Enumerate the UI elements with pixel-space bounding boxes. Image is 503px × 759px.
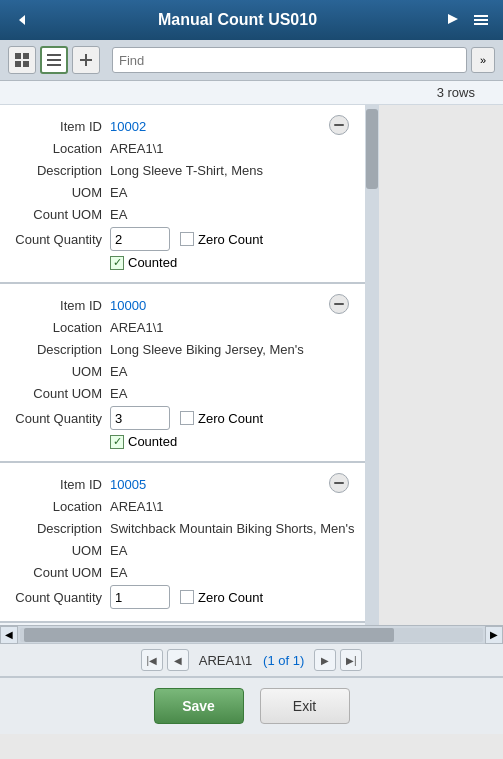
location-label-0: Location: [10, 141, 110, 156]
nav-right-button[interactable]: »: [471, 47, 495, 73]
uom-row-1: UOM EA: [0, 360, 365, 382]
count-uom-label-1: Count UOM: [10, 386, 110, 401]
scroll-thumb[interactable]: [366, 109, 378, 189]
uom-label-0: UOM: [10, 185, 110, 200]
location-value-0: AREA1\1: [110, 141, 163, 156]
description-value-0: Long Sleeve T-Shirt, Mens: [110, 163, 263, 178]
item-id-value-1[interactable]: 10000: [110, 298, 146, 313]
counted-label-1: Counted: [128, 434, 177, 449]
count-uom-value-0: EA: [110, 207, 127, 222]
count-qty-label-2: Count Quantity: [10, 590, 110, 605]
zero-count-area-1: Zero Count: [180, 411, 263, 426]
h-scroll-left-button[interactable]: ◀: [0, 626, 18, 644]
svg-rect-4: [15, 53, 21, 59]
svg-rect-5: [23, 53, 29, 59]
count-qty-input-0[interactable]: [110, 227, 170, 251]
counted-row-0: ✓ Counted: [100, 253, 365, 272]
item-id-value-0[interactable]: 10002: [110, 119, 146, 134]
item-id-row-2: Item ID 10005: [0, 473, 365, 495]
item-id-row-1: Item ID 10000: [0, 294, 365, 316]
save-button[interactable]: Save: [154, 688, 244, 724]
svg-rect-9: [47, 59, 61, 61]
remove-button-0[interactable]: [329, 115, 349, 135]
zero-count-checkbox-0[interactable]: [180, 232, 194, 246]
page-next-button[interactable]: ▶: [314, 649, 336, 671]
vertical-scrollbar[interactable]: [365, 105, 379, 625]
count-qty-input-2[interactable]: [110, 585, 170, 609]
list-view-button[interactable]: [40, 46, 68, 74]
zero-count-label-1: Zero Count: [198, 411, 263, 426]
zero-count-label-2: Zero Count: [198, 590, 263, 605]
description-row-1: Description Long Sleeve Biking Jersey, M…: [0, 338, 365, 360]
counted-label-0: Counted: [128, 255, 177, 270]
back-button[interactable]: [8, 6, 36, 34]
zero-count-checkbox-2[interactable]: [180, 590, 194, 604]
count-uom-row-2: Count UOM EA: [0, 561, 365, 583]
location-value-1: AREA1\1: [110, 320, 163, 335]
remove-button-2[interactable]: [329, 473, 349, 493]
location-row-0: Location AREA1\1: [0, 137, 365, 159]
h-scroll-track: [20, 628, 483, 642]
uom-row-0: UOM EA: [0, 181, 365, 203]
svg-rect-3: [474, 23, 488, 25]
item-id-label-1: Item ID: [10, 298, 110, 313]
footer: Save Exit: [0, 677, 503, 734]
counted-checkbox-1[interactable]: ✓: [110, 435, 124, 449]
page-prev-button[interactable]: ◀: [167, 649, 189, 671]
zero-count-area-2: Zero Count: [180, 590, 263, 605]
app-header: Manual Count US010: [0, 0, 503, 40]
description-label-2: Description: [10, 521, 110, 536]
counted-row-1: ✓ Counted: [100, 432, 365, 451]
uom-value-1: EA: [110, 364, 127, 379]
description-label-1: Description: [10, 342, 110, 357]
location-label-2: Location: [10, 499, 110, 514]
pagination: |◀ ◀ AREA1\1 (1 of 1) ▶ ▶|: [0, 643, 503, 677]
flag-button[interactable]: [439, 6, 467, 34]
exit-button[interactable]: Exit: [260, 688, 350, 724]
pagination-page: (1 of 1): [263, 653, 304, 668]
h-scroll-right-button[interactable]: ▶: [485, 626, 503, 644]
svg-rect-10: [47, 64, 61, 66]
count-qty-row-1: Count Quantity Zero Count: [0, 404, 365, 432]
description-row-0: Description Long Sleeve T-Shirt, Mens: [0, 159, 365, 181]
uom-value-0: EA: [110, 185, 127, 200]
uom-label-1: UOM: [10, 364, 110, 379]
location-row-2: Location AREA1\1: [0, 495, 365, 517]
count-qty-label-1: Count Quantity: [10, 411, 110, 426]
svg-marker-0: [19, 15, 25, 25]
count-qty-row-2: Count Quantity Zero Count: [0, 583, 365, 611]
count-uom-row-1: Count UOM EA: [0, 382, 365, 404]
svg-rect-2: [474, 19, 488, 21]
menu-button[interactable]: [467, 6, 495, 34]
horizontal-scrollbar[interactable]: ◀ ▶: [0, 625, 503, 643]
item-id-label-0: Item ID: [10, 119, 110, 134]
item-card-0: Item ID 10002 Location AREA1\1 Descripti…: [0, 105, 365, 284]
item-id-label-2: Item ID: [10, 477, 110, 492]
count-qty-input-1[interactable]: [110, 406, 170, 430]
zero-count-label-0: Zero Count: [198, 232, 263, 247]
page-first-button[interactable]: |◀: [141, 649, 163, 671]
zero-count-checkbox-1[interactable]: [180, 411, 194, 425]
location-label-1: Location: [10, 320, 110, 335]
add-button[interactable]: [72, 46, 100, 74]
count-uom-value-2: EA: [110, 565, 127, 580]
item-id-row-0: Item ID 10002: [0, 115, 365, 137]
grid-view-button[interactable]: [8, 46, 36, 74]
h-scroll-thumb[interactable]: [24, 628, 394, 642]
item-id-value-2[interactable]: 10005: [110, 477, 146, 492]
description-label-0: Description: [10, 163, 110, 178]
item-card-2: Item ID 10005 Location AREA1\1 Descripti…: [0, 463, 365, 623]
svg-rect-1: [474, 15, 488, 17]
search-input[interactable]: [112, 47, 467, 73]
items-list: Item ID 10002 Location AREA1\1 Descripti…: [0, 105, 365, 625]
count-qty-label-0: Count Quantity: [10, 232, 110, 247]
count-uom-label-2: Count UOM: [10, 565, 110, 580]
counted-checkbox-0[interactable]: ✓: [110, 256, 124, 270]
remove-button-1[interactable]: [329, 294, 349, 314]
page-info: AREA1\1 (1 of 1): [193, 653, 311, 668]
uom-value-2: EA: [110, 543, 127, 558]
zero-count-area-0: Zero Count: [180, 232, 263, 247]
page-last-button[interactable]: ▶|: [340, 649, 362, 671]
row-count: 3 rows: [0, 81, 503, 105]
pagination-location: AREA1\1: [199, 653, 252, 668]
